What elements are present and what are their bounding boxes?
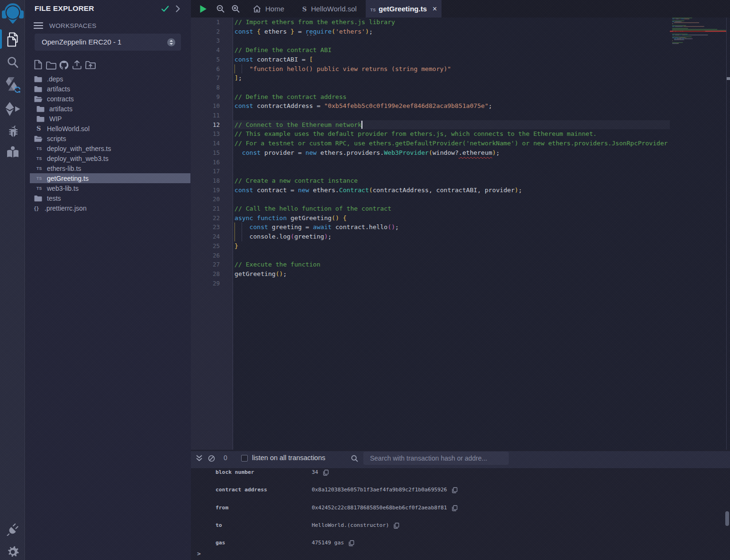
tree-item-web3-lib-ts[interactable]: TSweb3-lib.ts [30, 183, 190, 193]
new-file-icon[interactable] [34, 60, 42, 70]
tree-item-tests[interactable]: tests [30, 193, 190, 203]
panel-title: FILE EXPLORER [35, 4, 94, 13]
tree-item-deploy-with-ethers-ts[interactable]: TSdeploy_with_ethers.ts [30, 143, 190, 153]
workspace-select-toggle-icon[interactable] [167, 38, 175, 46]
code-line-28: getGreeting(); [234, 269, 287, 279]
tx-detail-value: 0x8a120383e6057b1f3aef4fa9b89c2f1b0a6959… [312, 485, 447, 495]
tab-label: getGreeting.ts [379, 5, 427, 13]
tree-item-helloworld-sol[interactable]: SHelloWorld.sol [30, 124, 190, 133]
line-number: 21 [213, 204, 220, 213]
tree-item-wip[interactable]: WIP [30, 114, 190, 124]
learneth-icon[interactable] [0, 144, 25, 160]
line-number: 1 [216, 18, 220, 27]
copy-icon[interactable] [452, 505, 458, 511]
tree-item-artifacts[interactable]: artifacts [30, 84, 190, 94]
tx-detail-value: 475149 gas [312, 538, 344, 548]
tree-item-getgreeting-ts[interactable]: TSgetGreeting.ts [30, 173, 190, 183]
tree-item-label: .deps [47, 75, 63, 83]
tree-item--prettierrc-json[interactable]: {}.prettierrc.json [30, 203, 190, 213]
line-number: 16 [213, 158, 220, 167]
workspace-ok-check-icon [161, 5, 169, 12]
typescript-file-icon: TS [36, 166, 45, 171]
panel-forward-chevron-icon[interactable] [175, 5, 180, 12]
plugin-manager-icon[interactable] [0, 521, 25, 537]
line-number: 4 [216, 45, 220, 55]
tree-item--deps[interactable]: .deps [30, 74, 190, 84]
code-line-1: // Import ethers from the ethers.js libr… [234, 18, 395, 27]
line-number: 15 [213, 148, 220, 158]
tx-detail-label: to [216, 521, 222, 530]
folder-icon [34, 76, 45, 82]
line-number: 8 [216, 83, 220, 92]
terminal-clear-icon[interactable] [208, 455, 215, 462]
upload-file-icon[interactable] [72, 60, 82, 70]
code-line-15: const provider = new ethers.providers.We… [234, 148, 500, 158]
search-icon[interactable] [0, 55, 25, 70]
zoom-out-icon[interactable] [216, 0, 225, 18]
workspace-select[interactable]: OpenZeppelin ERC20 - 1 [35, 34, 181, 51]
line-number: 29 [213, 279, 220, 288]
terminal-prompt[interactable]: > [197, 550, 201, 557]
terminal-collapse-icon[interactable] [196, 454, 203, 462]
typescript-file-icon: TS [36, 156, 45, 161]
code-line-5: const contractABI = [ [234, 55, 313, 64]
code-line-19: const contract = new ethers.Contract(con… [234, 186, 522, 195]
line-number: 22 [213, 213, 220, 223]
code-content[interactable]: // Import ethers from the ethers.js libr… [233, 18, 670, 450]
copy-icon[interactable] [323, 470, 329, 476]
line-number: 5 [216, 55, 220, 64]
file-explorer-icon[interactable] [0, 31, 25, 47]
tx-detail-row-contract-address: contract address0x8a120383e6057b1f3aef4f… [191, 485, 730, 495]
remix-logo-icon[interactable] [0, 1, 25, 25]
tab-home[interactable]: Home [244, 0, 293, 18]
code-line-9: // Define the contract address [234, 92, 347, 102]
overview-ruler[interactable] [726, 18, 730, 450]
copy-icon[interactable] [349, 540, 354, 546]
activity-bar [0, 0, 25, 560]
close-tab-icon[interactable]: × [433, 5, 437, 13]
tree-item-label: artifacts [47, 85, 70, 93]
workspaces-menu-icon[interactable] [34, 22, 43, 29]
tree-item-scripts[interactable]: scripts [30, 133, 190, 143]
settings-icon[interactable] [0, 544, 25, 560]
tree-item-ethers-lib-ts[interactable]: TSethers-lib.ts [30, 163, 190, 173]
debugger-icon[interactable] [0, 124, 25, 138]
code-line-2: const { ethers } = require('ethers'); [234, 27, 373, 36]
code-line-10: const contractAddress = "0xb54febb5c0c0f… [234, 101, 492, 111]
new-folder-icon[interactable] [46, 61, 56, 70]
line-number: 3 [216, 36, 220, 45]
tx-detail-value: HelloWorld.(constructor) [312, 521, 389, 530]
minimap[interactable] [670, 18, 726, 450]
line-number: 10 [213, 101, 220, 111]
tab-getgreeting-ts[interactable]: TSgetGreeting.ts× [366, 0, 442, 18]
tree-item-artifacts[interactable]: artifacts [30, 104, 190, 114]
transaction-count-badge: 0 [224, 454, 227, 462]
line-number: 20 [213, 195, 220, 204]
indent-guide [242, 232, 242, 241]
run-script-icon[interactable] [199, 0, 207, 18]
upload-folder-icon[interactable] [85, 61, 96, 70]
tree-item-label: contracts [47, 95, 74, 103]
line-number: 24 [213, 232, 220, 241]
terminal-search-icon [351, 455, 358, 462]
solidity-compiler-icon[interactable] [0, 76, 25, 95]
tab-helloworld-sol[interactable]: SHelloWorld.sol [293, 0, 366, 18]
terminal-search-input[interactable] [363, 452, 509, 465]
folder-icon [36, 106, 47, 112]
copy-icon[interactable] [394, 523, 399, 529]
tree-item-label: artifacts [49, 105, 72, 113]
listen-transactions-label[interactable]: listen on all transactions [252, 454, 325, 462]
deploy-run-icon[interactable] [0, 101, 25, 116]
tree-item-contracts[interactable]: contracts [30, 94, 190, 104]
github-clone-icon[interactable] [59, 60, 69, 70]
tx-detail-label: from [216, 503, 228, 513]
zoom-in-icon[interactable] [232, 0, 240, 18]
copy-icon[interactable] [452, 487, 458, 493]
code-editor[interactable]: 1234567891011121314151617181920212223242… [191, 18, 730, 450]
tree-item-deploy-with-web3-ts[interactable]: TSdeploy_with_web3.ts [30, 153, 190, 163]
code-line-13: // This example uses the default provide… [234, 129, 597, 139]
listen-transactions-checkbox[interactable] [241, 455, 248, 462]
line-number: 19 [213, 186, 220, 195]
code-line-4: // Define the contract ABI [234, 45, 332, 55]
editor-group: HomeSHelloWorld.solTSgetGreeting.ts× 123… [191, 0, 730, 450]
